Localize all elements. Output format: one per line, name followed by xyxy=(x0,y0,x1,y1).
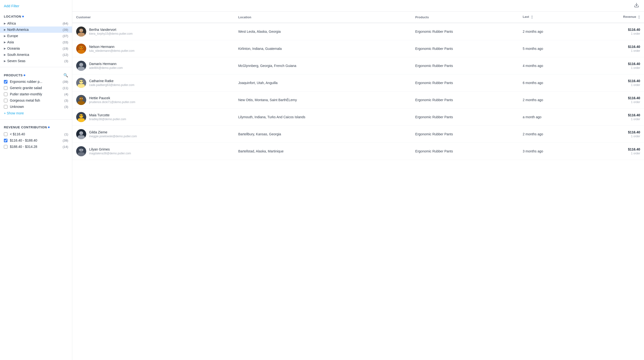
revenue-item[interactable]: $116.40 - $188.40 (39) xyxy=(0,137,72,143)
product-label: Gorgeous metal fish xyxy=(10,98,62,102)
location-count: (12) xyxy=(63,53,68,57)
product-checkbox[interactable] xyxy=(4,86,8,90)
revenue-cell: $116.40 1 order xyxy=(586,91,644,109)
table-header-row: Customer Location Products Last ▲▼ Reven… xyxy=(72,11,644,23)
location-cell: McGlynnberg, Georgia, French Guiana xyxy=(234,57,412,74)
revenue-item[interactable]: < $116.40 (1) xyxy=(0,131,72,137)
location-item[interactable]: ▶ Africa (64) xyxy=(0,20,72,26)
svg-point-44 xyxy=(80,132,80,133)
table-row[interactable]: Maia Turcotte bradley38@demo.putler.com … xyxy=(72,109,644,126)
table-row[interactable]: Catharine Ratke cade.padberg63@demo.putl… xyxy=(72,74,644,91)
download-button[interactable] xyxy=(634,2,639,9)
location-cell: Bartellstad, Alaska, Martinique xyxy=(234,143,412,160)
customer-info: Hettie Paucek prudence.dicki71@demo.putl… xyxy=(89,96,136,104)
location-cell: West Leola, Alaska, Georgia xyxy=(234,23,412,40)
svg-point-51 xyxy=(80,150,80,150)
svg-point-35 xyxy=(79,114,83,118)
location-count: (19) xyxy=(63,47,68,50)
svg-rect-29 xyxy=(78,101,85,105)
table-row[interactable]: Hettie Paucek prudence.dicki71@demo.putl… xyxy=(72,91,644,109)
location-cell: Joaquinfort, Utah, Anguilla xyxy=(234,74,412,91)
revenue-checkbox[interactable] xyxy=(4,132,8,136)
revenue-count: (1) xyxy=(64,132,68,136)
svg-point-33 xyxy=(82,98,82,99)
chevron-icon: ▶ xyxy=(4,22,6,25)
products-search-button[interactable]: 🔍 xyxy=(63,73,68,77)
show-more-button[interactable]: + Show more xyxy=(0,110,28,117)
product-item[interactable]: Ergonomic rubber p... (39) xyxy=(0,78,72,85)
revenue-orders: 1 order xyxy=(589,32,640,35)
customer-name: Bertha Vandervort xyxy=(89,28,132,31)
avatar xyxy=(76,112,86,122)
table-row[interactable]: Damaris Hermann adell84@demo.putler.com … xyxy=(72,57,644,74)
revenue-orders: 1 order xyxy=(589,66,640,70)
products-filter-list: Ergonomic rubber p... (39) Generic grani… xyxy=(0,78,72,110)
product-item[interactable]: Putler starter-monthly (4) xyxy=(0,91,72,97)
revenue-orders: 1 order xyxy=(589,117,640,121)
product-count: (3) xyxy=(64,99,68,102)
product-cell: Ergonomic Rubber Pants xyxy=(412,109,519,126)
location-item[interactable]: ▶ Oceania (19) xyxy=(0,45,72,51)
table-row[interactable]: Lilyan Grimes magdalena38@demo.putler.co… xyxy=(72,143,644,160)
product-label: Putler starter-monthly xyxy=(10,92,62,96)
product-checkbox[interactable] xyxy=(4,105,8,109)
customer-name: Hettie Paucek xyxy=(89,96,136,100)
product-item[interactable]: Unknown (3) xyxy=(0,103,72,110)
revenue-label: $188.40 - $314.28 xyxy=(10,145,60,149)
revenue-checkbox[interactable] xyxy=(4,145,8,149)
customer-name: Nelson Hermann xyxy=(89,45,134,49)
avatar xyxy=(76,26,86,37)
customer-email: meggie.powlowski@demo.putler.com xyxy=(89,135,137,138)
revenue-amount: $116.40 xyxy=(589,28,640,31)
customer-name: Catharine Ratke xyxy=(89,79,134,83)
table-row[interactable]: Bertha Vandervort kiera_torphy15@demo.pu… xyxy=(72,23,644,40)
product-cell: Ergonomic Rubber Pants xyxy=(412,57,519,74)
revenue-orders: 1 order xyxy=(589,135,640,138)
revenue-cell: $116.40 1 order xyxy=(586,40,644,57)
chevron-icon: ▶ xyxy=(4,34,6,37)
table-row[interactable]: Gilda Zieme meggie.powlowski@demo.putler… xyxy=(72,126,644,143)
products-section-title: Products xyxy=(4,73,25,77)
location-label: South America xyxy=(7,53,61,57)
svg-point-38 xyxy=(82,115,83,116)
last-cell: 3 months ago xyxy=(519,143,585,160)
svg-point-23 xyxy=(79,80,83,84)
product-item[interactable]: Gorgeous metal fish (3) xyxy=(0,97,72,103)
add-filter-button[interactable]: Add Filter xyxy=(4,4,19,8)
revenue-item[interactable]: $188.40 - $314.28 (14) xyxy=(0,143,72,150)
customer-cell-4: Catharine Ratke cade.padberg63@demo.putl… xyxy=(72,74,234,91)
revenue-orders: 1 order xyxy=(589,100,640,104)
svg-point-45 xyxy=(82,132,82,133)
product-item[interactable]: Generic granite salad (11) xyxy=(0,85,72,91)
location-item[interactable]: ▶ Asia (33) xyxy=(0,39,72,45)
product-checkbox[interactable] xyxy=(4,92,8,96)
svg-point-6 xyxy=(80,30,80,30)
location-item[interactable]: ▶ Europe (37) xyxy=(0,33,72,39)
svg-point-40 xyxy=(79,131,83,135)
customer-name: Maia Turcotte xyxy=(89,113,126,117)
svg-point-14 xyxy=(82,47,83,48)
product-count: (39) xyxy=(63,80,68,83)
customer-email: lula_stiedemann@demo.putler.com xyxy=(89,49,134,52)
last-cell: 2 months ago xyxy=(519,126,585,143)
svg-point-2 xyxy=(79,29,83,32)
product-checkbox[interactable] xyxy=(4,99,8,102)
location-item[interactable]: ▶ North America (39) xyxy=(0,26,72,33)
location-item[interactable]: ▶ South America (12) xyxy=(0,51,72,58)
avatar xyxy=(76,129,86,139)
customer-email: adell84@demo.putler.com xyxy=(89,66,123,70)
col-revenue[interactable]: Revenue ▲▼ xyxy=(586,11,644,23)
revenue-checkbox[interactable] xyxy=(4,139,8,142)
customer-cell-3: Damaris Hermann adell84@demo.putler.com xyxy=(72,57,234,74)
product-checkbox[interactable] xyxy=(4,80,8,83)
table-row[interactable]: Nelson Hermann lula_stiedemann@demo.putl… xyxy=(72,40,644,57)
product-label: Unknown xyxy=(10,105,62,109)
product-count: (11) xyxy=(63,86,68,90)
location-label: Asia xyxy=(7,40,61,44)
col-last[interactable]: Last ▲▼ xyxy=(519,11,585,23)
customer-info: Gilda Zieme meggie.powlowski@demo.putler… xyxy=(89,130,137,138)
svg-point-47 xyxy=(79,148,83,152)
revenue-orders: 1 order xyxy=(589,83,640,87)
product-label: Ergonomic rubber p... xyxy=(10,80,60,83)
location-item[interactable]: ▶ Seven Seas (3) xyxy=(0,58,72,64)
